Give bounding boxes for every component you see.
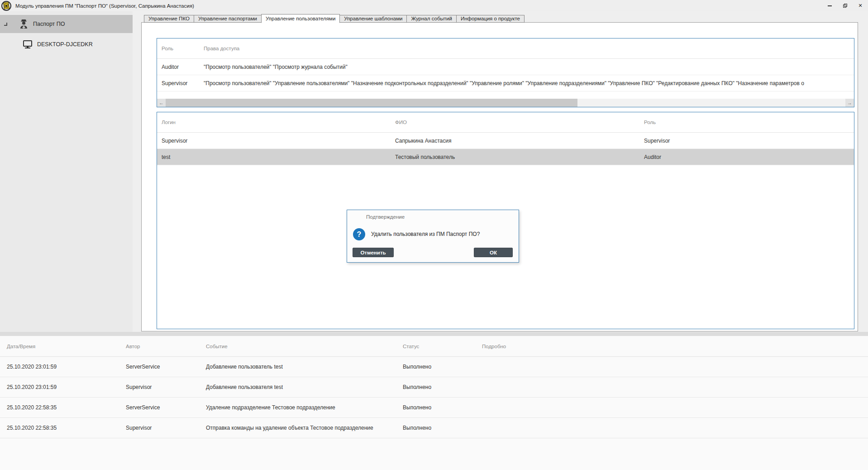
event-cell: Добавление пользователь test	[206, 364, 403, 370]
column-header-author: Автор	[126, 344, 206, 349]
separator-strip	[0, 332, 868, 336]
scrollbar-thumb[interactable]	[166, 99, 577, 107]
column-header-details: Подробно	[482, 344, 868, 349]
roles-table: Роль Права доступа Auditor "Просмотр пол…	[157, 38, 854, 107]
column-header-fio: ФИО	[395, 120, 644, 125]
event-cell: Добавление пользователя test	[206, 384, 403, 390]
datetime-cell: 25.10.2020 23:01:59	[7, 364, 126, 370]
monitor-icon	[23, 40, 32, 48]
sidebar-item-passport-po[interactable]: Паспорт ПО	[0, 15, 133, 33]
tab-passport-management[interactable]: Управление паспортами	[194, 15, 262, 23]
datetime-cell: 25.10.2020 22:58:35	[7, 404, 126, 411]
dialog-message: Удалить пользователя из ПМ Паспорт ПО?	[371, 231, 480, 237]
user-officer-icon	[19, 19, 28, 29]
status-cell: Выполнено	[403, 384, 482, 390]
fio-cell: Сапрыкина Анастасия	[395, 138, 644, 144]
status-cell: Выполнено	[403, 364, 482, 370]
dialog-title: Подтверждение	[366, 214, 405, 220]
tab-bar: Управление ПКО Управление паспортами Упр…	[144, 14, 525, 23]
rights-cell: "Просмотр пользователей" "Просмотр журна…	[204, 64, 854, 70]
restore-icon	[843, 4, 847, 8]
author-cell: ServerService	[126, 404, 206, 411]
column-header-event: Событие	[206, 344, 403, 349]
tab-user-management[interactable]: Управление пользователями	[261, 14, 340, 23]
status-cell: Выполнено	[403, 404, 482, 411]
tab-event-log[interactable]: Журнал событий	[406, 15, 456, 23]
roles-table-header: Роль Права доступа	[157, 38, 854, 59]
column-header-role: Роль	[644, 120, 854, 125]
tab-product-info[interactable]: Информация о продукте	[456, 15, 525, 23]
sidebar-item-desktop[interactable]: DESKTOP-DJCEDKR	[0, 36, 133, 52]
fio-cell: Тестовый пользователь	[395, 154, 644, 160]
login-cell: test	[162, 154, 395, 160]
column-header-rights: Права доступа	[204, 46, 854, 51]
datetime-cell: 25.10.2020 22:58:35	[7, 425, 126, 431]
cancel-button[interactable]: Отменить	[353, 248, 394, 257]
horizontal-scrollbar[interactable]: ← →	[157, 99, 854, 107]
author-cell: Supervisor	[126, 425, 206, 431]
tab-template-management[interactable]: Управление шаблонами	[339, 15, 407, 23]
column-header-role: Роль	[162, 46, 204, 51]
minimize-icon	[828, 5, 832, 6]
column-header-login: Логин	[162, 120, 395, 125]
status-cell: Выполнено	[403, 425, 482, 431]
role-cell: Auditor	[644, 154, 854, 160]
table-row-selected[interactable]: test Тестовый пользователь Auditor	[157, 149, 854, 165]
event-log-section: Дата/Время Автор Событие Статус Подробно…	[0, 336, 868, 470]
confirmation-dialog: Подтверждение ? Удалить пользователя из …	[347, 210, 519, 263]
event-cell: Отправка команды на удаление объекта Тес…	[206, 425, 403, 431]
window-controls: ✕	[822, 0, 868, 11]
author-cell: ServerService	[126, 364, 206, 370]
close-icon: ✕	[858, 3, 862, 9]
app-logo-icon	[1, 1, 11, 11]
sidebar: Паспорт ПО DESKTOP-DJCEDKR	[0, 11, 133, 332]
log-table-header: Дата/Время Автор Событие Статус Подробно	[0, 336, 868, 357]
tab-pko-management[interactable]: Управление ПКО	[144, 15, 194, 23]
log-row[interactable]: 25.10.2020 22:58:35 ServerService Удален…	[0, 398, 868, 418]
event-cell: Удаление подразделение Тестовое подразде…	[206, 404, 403, 411]
users-table-header: Логин ФИО Роль	[157, 112, 854, 133]
ok-button[interactable]: ОК	[474, 248, 513, 257]
log-row[interactable]: 25.10.2020 23:01:59 ServerService Добавл…	[0, 357, 868, 377]
role-cell: Supervisor	[162, 80, 204, 86]
question-icon: ?	[353, 228, 365, 240]
rights-cell: "Просмотр пользователей" "Управление пол…	[204, 80, 854, 86]
tab-content-panel: Роль Права доступа Auditor "Просмотр пол…	[141, 22, 858, 331]
minimize-button[interactable]	[822, 0, 837, 11]
log-row[interactable]: 25.10.2020 22:58:35 Supervisor Отправка …	[0, 418, 868, 438]
sidebar-item-label: DESKTOP-DJCEDKR	[37, 41, 93, 48]
window-title: Модуль управления ПМ "Паспорт ПО" (Super…	[15, 3, 194, 9]
table-row[interactable]: Supervisor Сапрыкина Анастасия Superviso…	[157, 133, 854, 149]
sidebar-item-label: Паспорт ПО	[33, 21, 65, 27]
log-row[interactable]: 25.10.2020 23:01:59 Supervisor Добавлени…	[0, 377, 868, 398]
column-header-datetime: Дата/Время	[7, 344, 126, 349]
restore-button[interactable]	[837, 0, 853, 11]
close-button[interactable]: ✕	[853, 0, 868, 11]
table-row[interactable]: Auditor "Просмотр пользователей" "Просмо…	[157, 59, 854, 75]
login-cell: Supervisor	[162, 138, 395, 144]
role-cell: Supervisor	[644, 138, 854, 144]
table-row[interactable]: Supervisor "Просмотр пользователей" "Упр…	[157, 75, 854, 91]
author-cell: Supervisor	[126, 384, 206, 390]
title-bar: Модуль управления ПМ "Паспорт ПО" (Super…	[0, 0, 868, 11]
column-header-status: Статус	[403, 344, 482, 349]
scroll-right-icon[interactable]: →	[845, 99, 854, 107]
scroll-left-icon[interactable]: ←	[157, 99, 166, 107]
tree-expander-icon[interactable]	[4, 23, 7, 26]
role-cell: Auditor	[162, 64, 204, 70]
datetime-cell: 25.10.2020 23:01:59	[7, 384, 126, 390]
